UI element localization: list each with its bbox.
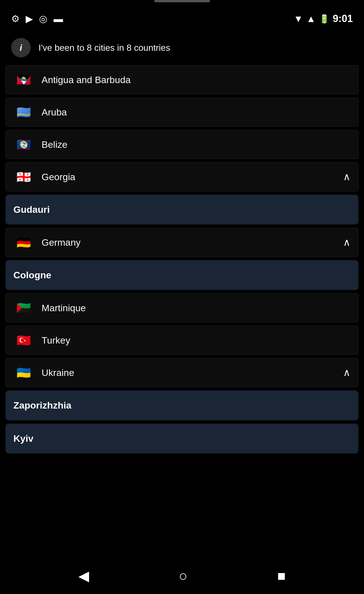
flag-germany: 🇩🇪 bbox=[14, 235, 34, 249]
country-item-belize[interactable]: 🇧🇿 Belize bbox=[6, 130, 358, 159]
info-text: I've been to 8 cities in 8 countries bbox=[38, 43, 170, 53]
status-icons-right: ▼ ▲ 🔋 9:01 bbox=[294, 13, 353, 25]
flag-turkey: 🇹🇷 bbox=[14, 333, 34, 347]
clipboard-icon: ▬ bbox=[54, 13, 63, 24]
flag-ukraine: 🇺🇦 bbox=[14, 366, 34, 380]
home-icon: ○ bbox=[179, 568, 187, 584]
country-left-aruba: 🇦🇼 Aruba bbox=[14, 105, 67, 119]
country-left-georgia: 🇬🇪 Georgia bbox=[14, 170, 75, 184]
signal-icon: ▲ bbox=[306, 13, 316, 24]
country-name-aruba: Aruba bbox=[42, 107, 67, 118]
country-item-ukraine[interactable]: 🇺🇦 Ukraine ∧ bbox=[6, 358, 358, 387]
bottom-nav: ◀ ○ ■ bbox=[0, 558, 364, 594]
city-name-gudauri: Gudauri bbox=[13, 204, 50, 215]
country-name-georgia: Georgia bbox=[42, 172, 75, 182]
country-item-germany[interactable]: 🇩🇪 Germany ∧ bbox=[6, 228, 358, 257]
country-item-georgia[interactable]: 🇬🇪 Georgia ∧ bbox=[6, 162, 358, 191]
country-name-antigua: Antigua and Barbuda bbox=[42, 74, 131, 85]
circle-icon: ◎ bbox=[39, 13, 47, 24]
country-left-turkey: 🇹🇷 Turkey bbox=[14, 333, 70, 347]
country-name-belize: Belize bbox=[42, 139, 68, 150]
country-item-martinique[interactable]: 🇲🇶 Martinique bbox=[6, 293, 358, 322]
city-name-cologne: Cologne bbox=[13, 270, 51, 281]
info-bar: i I've been to 8 cities in 8 countries bbox=[0, 30, 364, 65]
city-item-cologne[interactable]: Cologne bbox=[6, 260, 358, 290]
country-left-martinique: 🇲🇶 Martinique bbox=[14, 301, 86, 315]
city-item-gudauri[interactable]: Gudauri bbox=[6, 195, 358, 224]
country-left-germany: 🇩🇪 Germany bbox=[14, 235, 81, 249]
flag-antigua: 🇦🇬 bbox=[14, 73, 34, 87]
chevron-ukraine: ∧ bbox=[343, 367, 350, 378]
country-left-ukraine: 🇺🇦 Ukraine bbox=[14, 366, 74, 380]
city-item-kyiv[interactable]: Kyiv bbox=[6, 424, 358, 453]
chevron-germany: ∧ bbox=[343, 236, 350, 248]
country-item-turkey[interactable]: 🇹🇷 Turkey bbox=[6, 326, 358, 355]
scroll-area: 🇦🇬 Antigua and Barbuda 🇦🇼 Aruba 🇧🇿 Beliz… bbox=[0, 65, 364, 581]
flag-belize: 🇧🇿 bbox=[14, 137, 34, 151]
city-name-zaporizhzhia: Zaporizhzhia bbox=[13, 400, 71, 411]
back-icon: ◀ bbox=[78, 568, 89, 584]
country-list: 🇦🇬 Antigua and Barbuda 🇦🇼 Aruba 🇧🇿 Beliz… bbox=[0, 65, 364, 453]
flag-martinique: 🇲🇶 bbox=[14, 301, 34, 315]
recents-button[interactable]: ■ bbox=[277, 568, 286, 584]
flag-aruba: 🇦🇼 bbox=[14, 105, 34, 119]
info-letter: i bbox=[20, 43, 22, 53]
country-name-martinique: Martinique bbox=[42, 303, 86, 313]
country-item-aruba[interactable]: 🇦🇼 Aruba bbox=[6, 98, 358, 127]
gear-icon: ⚙ bbox=[11, 13, 20, 24]
top-handle bbox=[154, 0, 210, 2]
city-name-kyiv: Kyiv bbox=[13, 433, 33, 444]
country-item-antigua[interactable]: 🇦🇬 Antigua and Barbuda bbox=[6, 65, 358, 94]
battery-icon: 🔋 bbox=[319, 14, 329, 24]
country-name-germany: Germany bbox=[42, 237, 81, 248]
status-bar: ⚙ ▶ ◎ ▬ ▼ ▲ 🔋 9:01 bbox=[0, 5, 364, 30]
status-icons-left: ⚙ ▶ ◎ ▬ bbox=[11, 13, 63, 24]
recents-icon: ■ bbox=[277, 568, 286, 584]
wifi-icon: ▼ bbox=[294, 13, 303, 24]
play-icon: ▶ bbox=[26, 13, 33, 24]
city-item-zaporizhzhia[interactable]: Zaporizhzhia bbox=[6, 390, 358, 420]
country-name-ukraine: Ukraine bbox=[42, 367, 74, 378]
country-name-turkey: Turkey bbox=[42, 335, 70, 346]
back-button[interactable]: ◀ bbox=[78, 568, 89, 584]
chevron-georgia: ∧ bbox=[343, 171, 350, 183]
home-button[interactable]: ○ bbox=[179, 568, 187, 584]
time-display: 9:01 bbox=[333, 13, 353, 25]
flag-georgia: 🇬🇪 bbox=[14, 170, 34, 184]
country-left-antigua: 🇦🇬 Antigua and Barbuda bbox=[14, 73, 131, 87]
info-icon: i bbox=[11, 38, 31, 57]
country-left-belize: 🇧🇿 Belize bbox=[14, 137, 68, 151]
